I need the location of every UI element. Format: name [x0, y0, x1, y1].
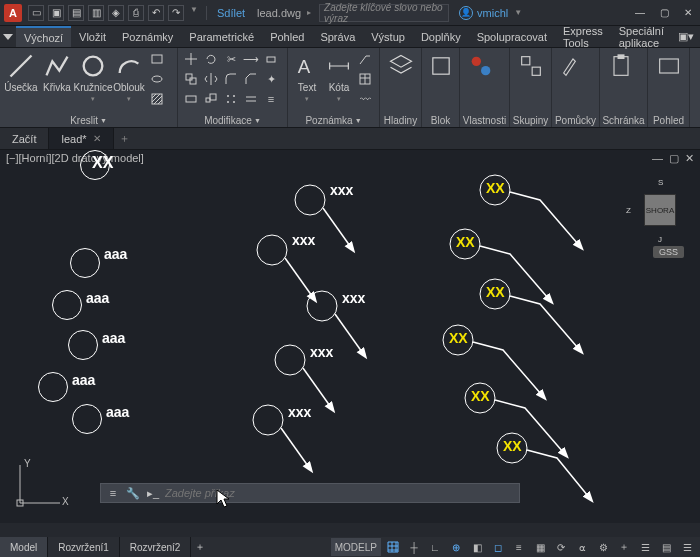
layout2-tab[interactable]: Rozvržení2 [120, 537, 192, 557]
stretch-icon[interactable] [182, 90, 200, 108]
qat-more-icon[interactable]: ▼ [190, 5, 198, 21]
cycling-icon[interactable]: ⟳ [552, 538, 570, 556]
tab-express[interactable]: Express Tools [555, 26, 611, 47]
ortho-icon[interactable]: ∟ [426, 538, 444, 556]
scale-icon[interactable] [202, 90, 220, 108]
tab-annotate[interactable]: Poznámky [114, 26, 181, 47]
qat-web-icon[interactable]: ◈ [108, 5, 124, 21]
app-menu-button[interactable] [0, 26, 16, 47]
doc-tab-start[interactable]: Začít [0, 128, 49, 149]
rotate-icon[interactable] [202, 50, 220, 68]
tab-featured[interactable]: Speciální aplikace [611, 26, 672, 47]
tab-insert[interactable]: Vložit [71, 26, 114, 47]
help-search-input[interactable]: Zadejte klíčové slovo nebo výraz [319, 4, 449, 22]
fillet-icon[interactable] [222, 70, 240, 88]
doc-tab-add-icon[interactable]: ＋ [114, 128, 136, 149]
doc-tab-close-icon[interactable]: ✕ [93, 133, 101, 144]
qat-open-icon[interactable]: ▣ [48, 5, 64, 21]
annomon-icon[interactable]: ＋ [615, 538, 633, 556]
doc-tab-file[interactable]: lead*✕ [49, 128, 113, 149]
mirror-icon[interactable] [202, 70, 220, 88]
qat-plot-icon[interactable]: ⎙ [128, 5, 144, 21]
layers-button[interactable] [384, 50, 417, 114]
dimension-button[interactable]: Kóta▾ [324, 50, 354, 114]
text-button[interactable]: AText▾ [292, 50, 322, 114]
tab-addins[interactable]: Doplňky [413, 26, 469, 47]
lwt-icon[interactable]: ≡ [510, 538, 528, 556]
close-icon[interactable]: ✕ [680, 5, 696, 21]
offset-icon[interactable] [242, 90, 260, 108]
array-icon[interactable] [222, 90, 240, 108]
qat-new-icon[interactable]: ▭ [28, 5, 44, 21]
svg-point-17 [472, 57, 481, 66]
modelspace-toggle[interactable]: MODELP [331, 538, 381, 556]
svg-point-18 [481, 66, 490, 75]
user-icon[interactable]: 👤 [459, 6, 473, 20]
units-icon[interactable]: ☰ [636, 538, 654, 556]
line-button[interactable]: Úsečka [4, 50, 38, 114]
layout1-tab[interactable]: Rozvržení1 [48, 537, 120, 557]
qat-saveas-icon[interactable]: ▥ [88, 5, 104, 21]
command-input[interactable] [165, 487, 515, 499]
cloud-icon[interactable]: 〰 [356, 90, 374, 108]
ribbon-collapse-icon[interactable]: ▣▾ [672, 26, 700, 47]
svg-text:X: X [62, 496, 69, 507]
cmd-customize-icon[interactable]: 🔧 [125, 485, 141, 501]
transparency-icon[interactable]: ▦ [531, 538, 549, 556]
layout-add-icon[interactable]: ＋ [191, 537, 209, 557]
panel-clip-title: Schránka [604, 114, 643, 127]
command-line[interactable]: ≡ 🔧 ▸_ [100, 483, 520, 503]
tab-manage[interactable]: Správa [312, 26, 363, 47]
annoscale-icon[interactable]: ⍺ [573, 538, 591, 556]
circle-button[interactable]: Kružnice▾ [76, 50, 110, 114]
grid-icon[interactable] [384, 538, 402, 556]
clipboard-button[interactable] [604, 50, 638, 114]
drawing-canvas[interactable]: [−][Horní][2D drátový model] — ▢ ✕ S Z J… [0, 150, 700, 523]
workspace-icon[interactable]: ⚙ [594, 538, 612, 556]
qat-redo-icon[interactable]: ↷ [168, 5, 184, 21]
restore-icon[interactable]: ▢ [656, 5, 672, 21]
table-icon[interactable] [356, 70, 374, 88]
label-xx: XX [486, 284, 505, 300]
chamfer-icon[interactable] [242, 70, 260, 88]
model-tab[interactable]: Model [0, 537, 48, 557]
snap-icon[interactable]: ┼ [405, 538, 423, 556]
properties-button[interactable] [464, 50, 498, 114]
tab-parametric[interactable]: Parametrické [181, 26, 262, 47]
trim-icon[interactable]: ✂ [222, 50, 240, 68]
move-icon[interactable] [182, 50, 200, 68]
qat-save-icon[interactable]: ▤ [68, 5, 84, 21]
polar-icon[interactable]: ⊕ [447, 538, 465, 556]
leader-icon[interactable] [356, 50, 374, 68]
hatch-icon[interactable] [148, 90, 166, 108]
app-logo[interactable]: A [4, 4, 22, 22]
iso-icon[interactable]: ◧ [468, 538, 486, 556]
extend-icon[interactable]: ⟶ [242, 50, 260, 68]
user-menu-icon[interactable]: ▼ [514, 8, 522, 17]
rect-icon[interactable] [148, 50, 166, 68]
tab-home[interactable]: Výchozí [16, 26, 71, 47]
minimize-icon[interactable]: — [632, 5, 648, 21]
share-link[interactable]: Sdílet [217, 7, 245, 19]
arc-button[interactable]: Oblouk▾ [112, 50, 146, 114]
tab-view[interactable]: Pohled [262, 26, 312, 47]
user-name[interactable]: vmichl [477, 7, 508, 19]
osnap-icon[interactable]: ◻ [489, 538, 507, 556]
block-button[interactable] [426, 50, 455, 114]
cmd-handle-icon[interactable]: ≡ [105, 485, 121, 501]
copy-icon[interactable] [182, 70, 200, 88]
polyline-button[interactable]: Křivka [40, 50, 74, 114]
join-icon[interactable]: ≡ [262, 90, 280, 108]
qprop-icon[interactable]: ▤ [657, 538, 675, 556]
ellipse-icon[interactable] [148, 70, 166, 88]
custom-icon[interactable]: ☰ [678, 538, 696, 556]
explode-icon[interactable]: ✦ [262, 70, 280, 88]
groups-button[interactable] [514, 50, 547, 114]
tab-collab[interactable]: Spolupracovat [469, 26, 555, 47]
utilities-button[interactable] [556, 50, 590, 114]
erase-icon[interactable] [262, 50, 280, 68]
qat-undo-icon[interactable]: ↶ [148, 5, 164, 21]
viewbase-button[interactable] [652, 50, 685, 114]
tab-output[interactable]: Výstup [363, 26, 413, 47]
title-history-icon[interactable]: ▸ [307, 8, 311, 17]
